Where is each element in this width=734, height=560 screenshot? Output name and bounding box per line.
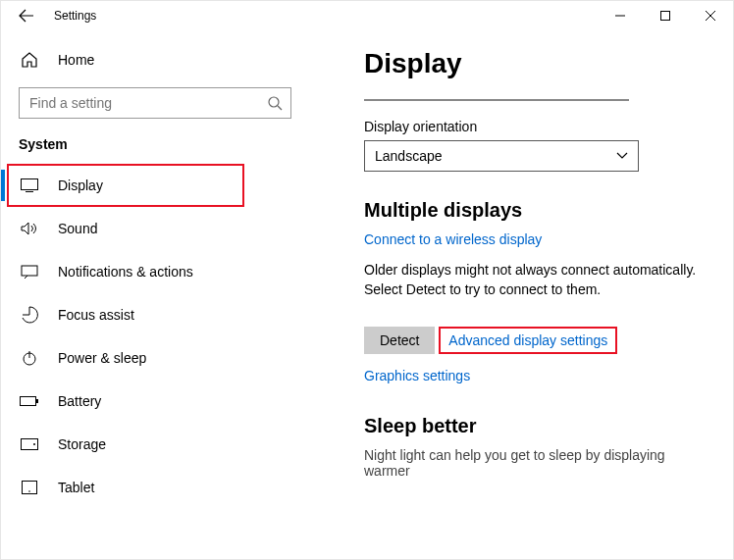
- window-title: Settings: [54, 9, 96, 23]
- detect-button[interactable]: Detect: [364, 327, 435, 354]
- nav-label: Display: [58, 178, 103, 193]
- home-nav[interactable]: Home: [1, 38, 315, 81]
- chevron-down-icon: [616, 152, 628, 160]
- power-icon: [19, 350, 40, 366]
- search-icon: [267, 95, 283, 111]
- svg-rect-5: [21, 397, 36, 406]
- svg-point-1: [269, 97, 279, 107]
- nav-item-storage[interactable]: Storage: [1, 423, 315, 466]
- display-icon: [19, 178, 40, 192]
- close-icon: [706, 11, 715, 21]
- sidebar: Home System Display: [1, 30, 315, 559]
- home-icon: [19, 51, 40, 69]
- graphics-settings-link[interactable]: Graphics settings: [364, 368, 470, 383]
- nav-label: Tablet: [58, 480, 94, 495]
- notifications-icon: [19, 265, 40, 279]
- minimize-button[interactable]: [598, 1, 643, 30]
- nav-item-power[interactable]: Power & sleep: [1, 336, 315, 380]
- sleep-description: Night light can help you get to sleep by…: [364, 447, 704, 479]
- content-area: Home System Display: [1, 30, 733, 559]
- nav-label: Sound: [58, 221, 97, 236]
- maximize-button[interactable]: [643, 1, 688, 30]
- orientation-label: Display orientation: [364, 119, 704, 134]
- nav-label: Power & sleep: [58, 350, 146, 366]
- multiple-displays-heading: Multiple displays: [364, 199, 704, 222]
- wireless-display-link[interactable]: Connect to a wireless display: [364, 231, 542, 247]
- main-panel: Display Display orientation Landscape Mu…: [315, 30, 733, 559]
- sleep-better-heading: Sleep better: [364, 415, 704, 437]
- back-button[interactable]: [13, 8, 40, 24]
- advanced-display-link[interactable]: Advanced display settings: [448, 332, 607, 348]
- home-label: Home: [58, 52, 94, 68]
- nav-label: Battery: [58, 393, 101, 409]
- nav-item-display[interactable]: Display: [1, 164, 315, 207]
- divider-line: [364, 91, 629, 101]
- tablet-icon: [19, 481, 40, 494]
- svg-point-8: [33, 443, 35, 445]
- battery-icon: [19, 395, 40, 407]
- page-title: Display: [364, 48, 704, 79]
- storage-icon: [19, 438, 40, 450]
- svg-rect-3: [22, 266, 37, 276]
- svg-rect-0: [661, 12, 670, 21]
- highlight-box-advanced: Advanced display settings: [439, 327, 617, 354]
- titlebar: Settings: [1, 1, 733, 30]
- svg-point-10: [28, 490, 30, 492]
- orientation-dropdown[interactable]: Landscape: [364, 140, 639, 172]
- nav-item-sound[interactable]: Sound: [1, 207, 315, 250]
- search-container: [19, 87, 297, 119]
- nav-label: Storage: [58, 436, 106, 452]
- arrow-left-icon: [19, 8, 34, 24]
- search-input[interactable]: [27, 94, 267, 112]
- search-box[interactable]: [19, 87, 291, 119]
- nav-label: Focus assist: [58, 307, 134, 323]
- close-button[interactable]: [688, 1, 733, 30]
- section-heading: System: [1, 130, 315, 164]
- minimize-icon: [615, 11, 625, 21]
- svg-rect-2: [22, 179, 38, 190]
- svg-rect-6: [36, 399, 38, 403]
- nav-item-battery[interactable]: Battery: [1, 380, 315, 423]
- highlight-box-display: [7, 164, 244, 207]
- nav-label: Notifications & actions: [58, 264, 193, 280]
- maximize-icon: [660, 11, 670, 21]
- focus-icon: [19, 306, 40, 324]
- detect-description: Older displays might not always connect …: [364, 261, 704, 299]
- nav-item-notifications[interactable]: Notifications & actions: [1, 250, 315, 293]
- nav-item-tablet[interactable]: Tablet: [1, 466, 315, 509]
- sound-icon: [19, 222, 40, 235]
- orientation-value: Landscape: [375, 148, 443, 164]
- nav-list: Display Sound Notifications & actions: [1, 164, 315, 509]
- nav-item-focus[interactable]: Focus assist: [1, 293, 315, 336]
- window-controls: [598, 1, 733, 30]
